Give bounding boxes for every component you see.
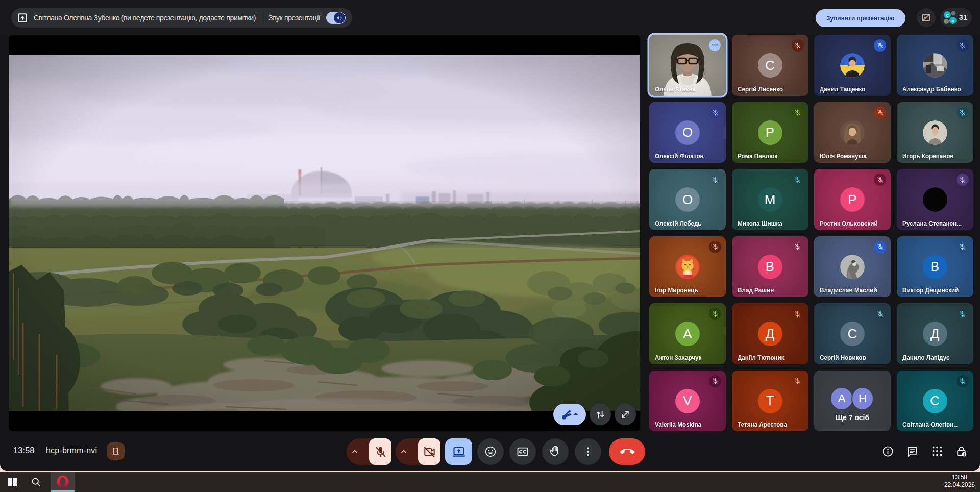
svg-text:c: c (946, 13, 948, 18)
svg-text:c: c (951, 18, 954, 23)
